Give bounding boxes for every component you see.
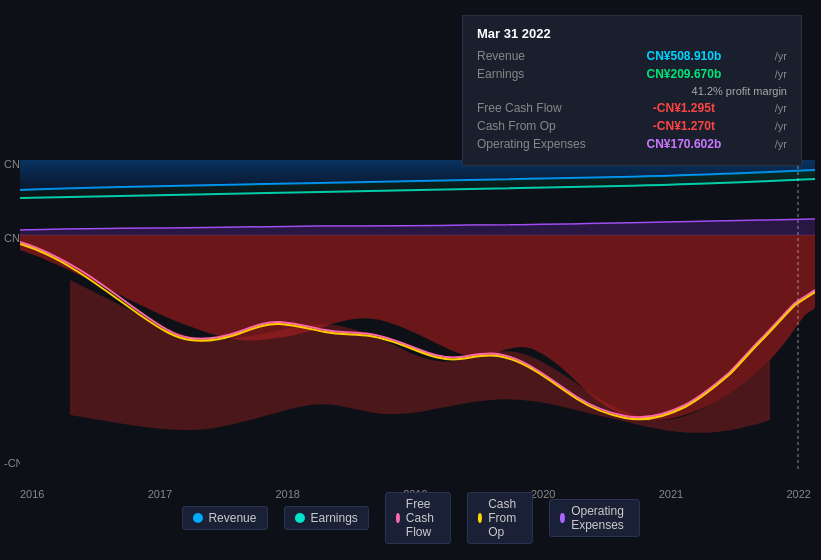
earnings-value: CN¥209.670b <box>647 67 722 81</box>
profit-margin: 41.2% profit margin <box>477 85 787 97</box>
tooltip-date: Mar 31 2022 <box>477 26 787 41</box>
chart-legend: Revenue Earnings Free Cash Flow Cash Fro… <box>181 492 639 544</box>
tooltip-box: Mar 31 2022 Revenue CN¥508.910b /yr Earn… <box>462 15 802 166</box>
fcf-value: -CN¥1.295t <box>653 101 715 115</box>
tooltip-row-earnings: Earnings CN¥209.670b /yr <box>477 67 787 81</box>
earnings-label: Earnings <box>477 67 597 81</box>
legend-cashop[interactable]: Cash From Op <box>467 492 533 544</box>
tooltip-row-fcf: Free Cash Flow -CN¥1.295t /yr <box>477 101 787 115</box>
fcf-label: Free Cash Flow <box>477 101 597 115</box>
legend-opex[interactable]: Operating Expenses <box>549 499 640 537</box>
chart-container: Mar 31 2022 Revenue CN¥508.910b /yr Earn… <box>0 0 821 560</box>
tooltip-row-opex: Operating Expenses CN¥170.602b /yr <box>477 137 787 151</box>
earnings-unit: /yr <box>775 68 787 80</box>
fcf-unit: /yr <box>775 102 787 114</box>
legend-earnings[interactable]: Earnings <box>283 506 368 530</box>
x-label-2022: 2022 <box>787 488 811 500</box>
legend-earnings-label: Earnings <box>310 511 357 525</box>
tooltip-row-revenue: Revenue CN¥508.910b /yr <box>477 49 787 63</box>
legend-opex-label: Operating Expenses <box>571 504 628 532</box>
cashop-value: -CN¥1.270t <box>653 119 715 133</box>
cashop-label: Cash From Op <box>477 119 597 133</box>
revenue-unit: /yr <box>775 50 787 62</box>
earnings-dot <box>294 513 304 523</box>
x-label-2017: 2017 <box>148 488 172 500</box>
revenue-dot <box>192 513 202 523</box>
legend-cashop-label: Cash From Op <box>488 497 522 539</box>
opex-label: Operating Expenses <box>477 137 597 151</box>
tooltip-row-cashop: Cash From Op -CN¥1.270t /yr <box>477 119 787 133</box>
legend-revenue[interactable]: Revenue <box>181 506 267 530</box>
opex-value: CN¥170.602b <box>647 137 722 151</box>
cashop-unit: /yr <box>775 120 787 132</box>
chart-svg <box>20 160 815 470</box>
opex-dot <box>560 513 565 523</box>
cashop-dot <box>478 513 482 523</box>
revenue-value: CN¥508.910b <box>647 49 722 63</box>
legend-fcf[interactable]: Free Cash Flow <box>385 492 451 544</box>
revenue-label: Revenue <box>477 49 597 63</box>
fcf-dot <box>396 513 400 523</box>
x-label-2016: 2016 <box>20 488 44 500</box>
legend-fcf-label: Free Cash Flow <box>406 497 440 539</box>
legend-revenue-label: Revenue <box>208 511 256 525</box>
opex-unit: /yr <box>775 138 787 150</box>
x-label-2021: 2021 <box>659 488 683 500</box>
